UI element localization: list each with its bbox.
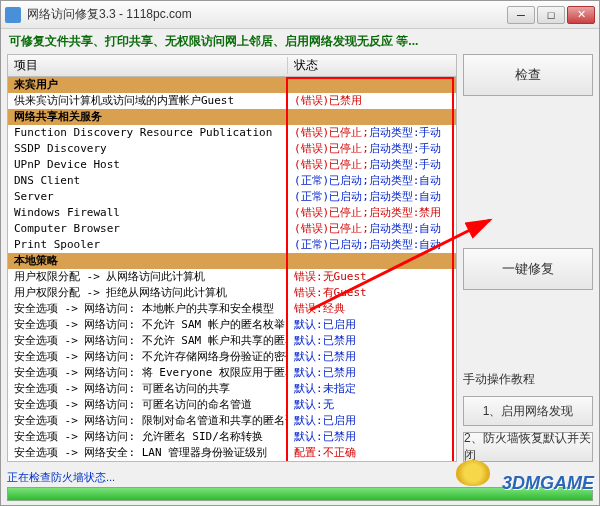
item-status: 默认:无 bbox=[288, 397, 456, 413]
list-item[interactable]: 安全选项 -> 网络访问: 允许匿名 SID/名称转换默认:已禁用 bbox=[8, 429, 456, 445]
item-label: 本地策略 bbox=[8, 253, 288, 269]
list-item[interactable]: 用户权限分配 -> 拒绝从网络访问此计算机错误:有Guest bbox=[8, 285, 456, 301]
item-status: (错误)已禁用 bbox=[288, 93, 456, 109]
item-status: 默认:已禁用 bbox=[288, 365, 456, 381]
list-item[interactable]: Function Discovery Resource Publication(… bbox=[8, 125, 456, 141]
item-label: 安全选项 -> 网络访问: 不允许 SAM 帐户和共享的匿名枚举 bbox=[8, 333, 288, 349]
item-label: 用户权限分配 -> 从网络访问此计算机 bbox=[8, 269, 288, 285]
item-label: 安全选项 -> 网络安全: LAN 管理器身份验证级别 bbox=[8, 445, 288, 461]
item-status: 错误:无Guest bbox=[288, 269, 456, 285]
list-item[interactable]: 安全选项 -> 网络访问: 不允许 SAM 帐户和共享的匿名枚举默认:已禁用 bbox=[8, 333, 456, 349]
item-status: (错误)已停止;启动类型:禁用 bbox=[288, 205, 456, 221]
item-status: (错误)已停止;启动类型:手动 bbox=[288, 125, 456, 141]
item-label: 安全选项 -> 网络访问: 允许匿名 SID/名称转换 bbox=[8, 429, 288, 445]
item-label: 安全选项 -> 网络访问: 限制对命名管道和共享的匿名访问 bbox=[8, 413, 288, 429]
item-label: 安全选项 -> 网络访问: 不允许 SAM 帐户的匿名枚举 bbox=[8, 317, 288, 333]
item-label: SSDP Discovery bbox=[8, 141, 288, 157]
header-col-status[interactable]: 状态 bbox=[288, 57, 456, 74]
minimize-button[interactable]: ─ bbox=[507, 6, 535, 24]
item-status: 默认:已禁用 bbox=[288, 333, 456, 349]
item-status: 配置:不正确 bbox=[288, 445, 456, 461]
section-header: 来宾用户 bbox=[8, 77, 456, 93]
list-item[interactable]: UPnP Device Host(错误)已停止;启动类型:手动 bbox=[8, 157, 456, 173]
item-label: DNS Client bbox=[8, 173, 288, 189]
fix-button[interactable]: 一键修复 bbox=[463, 248, 593, 290]
item-label: Print Spooler bbox=[8, 237, 288, 253]
list-item[interactable]: 安全选项 -> 网络访问: 可匿名访问的共享默认:未指定 bbox=[8, 381, 456, 397]
item-label: Function Discovery Resource Publication bbox=[8, 125, 288, 141]
app-window: 网络访问修复3.3 - 1118pc.com ─ □ ✕ 可修复文件共享、打印共… bbox=[0, 0, 600, 506]
item-status: (正常)已启动;启动类型:自动 bbox=[288, 173, 456, 189]
firewall-reset-button[interactable]: 2、防火墙恢复默认并关闭 bbox=[463, 432, 593, 462]
item-status: 默认:已启用 bbox=[288, 317, 456, 333]
list-item[interactable]: Windows Firewall(错误)已停止;启动类型:禁用 bbox=[8, 205, 456, 221]
item-label: 安全选项 -> 网络访问: 将 Everyone 权限应用于匿名用户 bbox=[8, 365, 288, 381]
window-title: 网络访问修复3.3 - 1118pc.com bbox=[27, 6, 505, 23]
list-header: 项目 状态 bbox=[8, 55, 456, 77]
app-icon bbox=[5, 7, 21, 23]
item-label: 安全选项 -> 网络访问: 不允许存储网络身份验证的密码和凭据 bbox=[8, 349, 288, 365]
section-header: 网络共享相关服务 bbox=[8, 109, 456, 125]
item-label: 来宾用户 bbox=[8, 77, 288, 93]
list-item[interactable]: 安全选项 -> 网络安全: LAN 管理器身份验证级别配置:不正确 bbox=[8, 445, 456, 461]
item-label: 安全选项 -> 网络访问: 本地帐户的共享和安全模型 bbox=[8, 301, 288, 317]
content-area: 项目 状态 来宾用户供来宾访问计算机或访问域的内置帐户Guest(错误)已禁用网… bbox=[1, 54, 599, 468]
list-item[interactable]: Server(正常)已启动;启动类型:自动 bbox=[8, 189, 456, 205]
list-item[interactable]: SSDP Discovery(错误)已停止;启动类型:手动 bbox=[8, 141, 456, 157]
item-label: 供来宾访问计算机或访问域的内置帐户Guest bbox=[8, 93, 288, 109]
item-label: 安全选项 -> 网络访问: 可匿名访问的共享 bbox=[8, 381, 288, 397]
watermark-text: 3DMGAME bbox=[502, 473, 594, 494]
item-label: Windows Firewall bbox=[8, 205, 288, 221]
item-status: 默认:已禁用 bbox=[288, 349, 456, 365]
list-item[interactable]: 安全选项 -> 网络访问: 不允许存储网络身份验证的密码和凭据默认:已禁用 bbox=[8, 349, 456, 365]
item-status: 错误:有Guest bbox=[288, 285, 456, 301]
item-status: (正常)已启动;启动类型:自动 bbox=[288, 189, 456, 205]
manual-label: 手动操作教程 bbox=[463, 369, 593, 390]
item-label: 用户权限分配 -> 拒绝从网络访问此计算机 bbox=[8, 285, 288, 301]
item-status: 错误:经典 bbox=[288, 301, 456, 317]
watermark-mascot bbox=[456, 460, 490, 486]
item-label: 网络共享相关服务 bbox=[8, 109, 288, 125]
section-header: 本地策略 bbox=[8, 253, 456, 269]
maximize-button[interactable]: □ bbox=[537, 6, 565, 24]
item-status: (错误)已停止;启动类型:自动 bbox=[288, 221, 456, 237]
item-label: 安全选项 -> 网络访问: 可匿名访问的命名管道 bbox=[8, 397, 288, 413]
list-item[interactable]: DNS Client(正常)已启动;启动类型:自动 bbox=[8, 173, 456, 189]
list-panel: 项目 状态 来宾用户供来宾访问计算机或访问域的内置帐户Guest(错误)已禁用网… bbox=[7, 54, 457, 462]
item-label: Server bbox=[8, 189, 288, 205]
list-body[interactable]: 来宾用户供来宾访问计算机或访问域的内置帐户Guest(错误)已禁用网络共享相关服… bbox=[8, 77, 456, 461]
list-item[interactable]: Computer Browser(错误)已停止;启动类型:自动 bbox=[8, 221, 456, 237]
subtitle: 可修复文件共享、打印共享、无权限访问网上邻居、启用网络发现无反应 等... bbox=[1, 29, 599, 54]
header-col-item[interactable]: 项目 bbox=[8, 57, 288, 74]
list-item[interactable]: 安全选项 -> 网络访问: 限制对命名管道和共享的匿名访问默认:已启用 bbox=[8, 413, 456, 429]
list-item[interactable]: 供来宾访问计算机或访问域的内置帐户Guest(错误)已禁用 bbox=[8, 93, 456, 109]
enable-discovery-button[interactable]: 1、启用网络发现 bbox=[463, 396, 593, 426]
item-status: 默认:已禁用 bbox=[288, 429, 456, 445]
list-item[interactable]: 安全选项 -> 网络访问: 不允许 SAM 帐户的匿名枚举默认:已启用 bbox=[8, 317, 456, 333]
item-label: Computer Browser bbox=[8, 221, 288, 237]
check-button[interactable]: 检查 bbox=[463, 54, 593, 96]
titlebar: 网络访问修复3.3 - 1118pc.com ─ □ ✕ bbox=[1, 1, 599, 29]
right-panel: 检查 一键修复 手动操作教程 1、启用网络发现 2、防火墙恢复默认并关闭 bbox=[463, 54, 593, 462]
list-item[interactable]: 安全选项 -> 网络访问: 将 Everyone 权限应用于匿名用户默认:已禁用 bbox=[8, 365, 456, 381]
list-item[interactable]: 用户权限分配 -> 从网络访问此计算机错误:无Guest bbox=[8, 269, 456, 285]
close-button[interactable]: ✕ bbox=[567, 6, 595, 24]
item-status: 默认:已启用 bbox=[288, 413, 456, 429]
list-item[interactable]: 安全选项 -> 网络访问: 本地帐户的共享和安全模型错误:经典 bbox=[8, 301, 456, 317]
item-status: (错误)已停止;启动类型:手动 bbox=[288, 157, 456, 173]
item-label: UPnP Device Host bbox=[8, 157, 288, 173]
item-status: 默认:未指定 bbox=[288, 381, 456, 397]
list-item[interactable]: 安全选项 -> 网络访问: 可匿名访问的命名管道默认:无 bbox=[8, 397, 456, 413]
list-item[interactable]: Print Spooler(正常)已启动;启动类型:自动 bbox=[8, 237, 456, 253]
item-status: (正常)已启动;启动类型:自动 bbox=[288, 237, 456, 253]
item-status: (错误)已停止;启动类型:手动 bbox=[288, 141, 456, 157]
